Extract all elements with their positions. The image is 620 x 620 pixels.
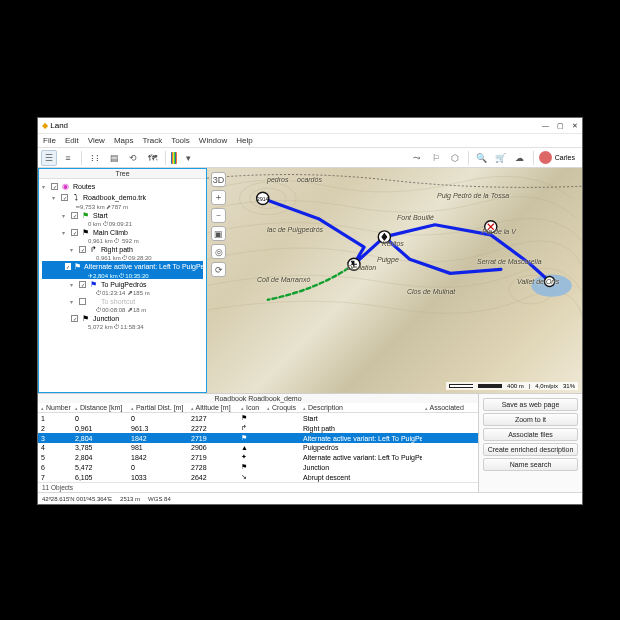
col-header[interactable]: ▴ Altitude [m]	[188, 403, 238, 413]
app-icon: ◆	[42, 121, 48, 130]
minimize-button[interactable]: —	[542, 122, 549, 130]
map-3d-button[interactable]: 3D	[211, 172, 226, 187]
search-icon[interactable]: 🔍	[474, 150, 490, 166]
user-name[interactable]: Carles	[555, 154, 575, 161]
status-datum: WGS 84	[148, 496, 171, 502]
cloud-icon[interactable]: ☁	[512, 150, 528, 166]
tree-item[interactable]: ✓⚑Alternate active variant: Left To Puig…	[42, 261, 203, 272]
list-toggle[interactable]: ≡	[60, 150, 76, 166]
menu-view[interactable]: View	[88, 136, 105, 145]
user-avatar[interactable]	[539, 151, 552, 164]
map-rotate[interactable]: ⟳	[211, 262, 226, 277]
menu-track[interactable]: Track	[142, 136, 162, 145]
table-row[interactable]: 1002127⚑Start	[38, 413, 478, 424]
map-zoom-out[interactable]: －	[211, 208, 226, 223]
col-header[interactable]: ▴ Icon	[238, 403, 264, 413]
tree-item[interactable]: ▾✓⚑To PuigPedrós	[42, 279, 203, 290]
tree-item[interactable]: ▾✓⚑Start	[42, 210, 203, 221]
action-button[interactable]: Associate files	[483, 428, 578, 441]
map-button[interactable]: 🗺	[144, 150, 160, 166]
menu-edit[interactable]: Edit	[65, 136, 79, 145]
col-header[interactable]: ▴ Associated	[422, 403, 478, 413]
menu-help[interactable]: Help	[236, 136, 252, 145]
map-label: Clos de Mulinat	[407, 288, 455, 295]
tree-item[interactable]: ▾⚑To shortcut	[42, 296, 203, 307]
map-zoom-in[interactable]: ＋	[211, 190, 226, 205]
toolbar: ☰ ≡ ⫶⫶ ▤ ⟲ 🗺 ▾ ⤳ ⚐ ⬡ 🔍 🛒 ☁ Carles	[38, 148, 582, 168]
tree-file[interactable]: ▾✓⤵Roadbook_demo.trk	[42, 192, 203, 203]
map-canvas[interactable]: 2914 pedrosocardósPuig Pedró de la Tossa…	[207, 168, 582, 393]
tree-panel-toggle[interactable]: ☰	[41, 150, 57, 166]
map-label: Font Bouillé	[397, 214, 434, 221]
menu-window[interactable]: Window	[199, 136, 227, 145]
map-center[interactable]: ◎	[211, 244, 226, 259]
object-count: 11 Objects	[38, 482, 478, 492]
menu-tools[interactable]: Tools	[171, 136, 190, 145]
table-row[interactable]: 43,7859812906▲Puigpedrós	[38, 443, 478, 452]
table-row[interactable]: 32,80418422719⚑Alternate active variant:…	[38, 433, 478, 443]
action-button-panel: Save as web pageZoom to itAssociate file…	[478, 393, 582, 492]
map-label: Pla de la V	[482, 228, 516, 235]
palette-button[interactable]	[171, 152, 177, 164]
window-title: Land	[50, 121, 68, 130]
menu-maps[interactable]: Maps	[114, 136, 134, 145]
tree-panel: Tree ▾✓◉Routes▾✓⤵Roadbook_demo.trk━9,753…	[38, 168, 207, 393]
map-zoom-fit[interactable]: ▣	[211, 226, 226, 241]
map-label: Keritos	[382, 240, 404, 247]
map-label: Deviation	[347, 264, 376, 271]
map-label: Coll de Marranxó	[257, 276, 310, 283]
maximize-button[interactable]: ▢	[557, 122, 564, 130]
col-header[interactable]: ▴ Number	[38, 403, 72, 413]
titlebar: ◆ Land — ▢ ✕	[38, 118, 582, 134]
tree-header: Tree	[39, 169, 206, 179]
roadbook-table: ▴ Number▴ Distance [km]▴ Partial Dist. […	[38, 403, 478, 482]
map-label: Puigpe	[377, 256, 399, 263]
route-tool-icon[interactable]: ⤳	[409, 150, 425, 166]
map-label: Vallet de Orís	[517, 278, 559, 285]
table-row[interactable]: 52,80418422719✦Alternate active variant:…	[38, 452, 478, 462]
draw-tool-icon[interactable]: ⬡	[447, 150, 463, 166]
action-button[interactable]: Create enriched description	[483, 443, 578, 456]
chart-button[interactable]: ⫶⫶	[87, 150, 103, 166]
status-coord: 42º28.615'N 001º45.364'E	[42, 496, 112, 502]
table-row[interactable]: 76,10510332642↘Abrupt descent	[38, 472, 478, 482]
action-button[interactable]: Save as web page	[483, 398, 578, 411]
close-button[interactable]: ✕	[572, 122, 578, 130]
table-row[interactable]: 65,47202728⚑Junction	[38, 462, 478, 472]
col-header[interactable]: ▴ Distance [km]	[72, 403, 128, 413]
menu-file[interactable]: File	[43, 136, 56, 145]
sync-button[interactable]: ⟲	[125, 150, 141, 166]
cart-icon[interactable]: 🛒	[493, 150, 509, 166]
col-header[interactable]: ▴ Description	[300, 403, 422, 413]
col-header[interactable]: ▴ Partial Dist. [m]	[128, 403, 188, 413]
tree-root[interactable]: ▾✓◉Routes	[42, 181, 203, 192]
status-alt: 2513 m	[120, 496, 140, 502]
status-bar: 42º28.615'N 001º45.364'E 2513 m WGS 84	[38, 492, 582, 504]
table-caption: Roadbook Roadbook_demo	[38, 394, 478, 403]
map-label: lac de Puigpedrós	[267, 226, 323, 233]
tree-item[interactable]: ▾✓↱Right path	[42, 244, 203, 255]
waypoint-tool-icon[interactable]: ⚐	[428, 150, 444, 166]
action-button[interactable]: Name search	[483, 458, 578, 471]
tree-item[interactable]: ✓⚑Junction	[42, 313, 203, 324]
menubar: FileEditViewMapsTrackToolsWindowHelp	[38, 134, 582, 148]
svg-text:2914: 2914	[257, 196, 268, 202]
calendar-button[interactable]: ▤	[106, 150, 122, 166]
tree-item[interactable]: ▾✓⚑Main Climb	[42, 227, 203, 238]
map-label: pedros	[267, 176, 288, 183]
layers-button[interactable]: ▾	[180, 150, 196, 166]
col-header[interactable]: ▴ Croquis	[264, 403, 300, 413]
map-scale-bar: 400 m | 4,0m/pix 31%	[446, 382, 578, 390]
map-label: Puig Pedró de la Tossa	[437, 192, 509, 199]
action-button[interactable]: Zoom to it	[483, 413, 578, 426]
map-label: ocardós	[297, 176, 322, 183]
table-row[interactable]: 20,961961.32272↱Right path	[38, 423, 478, 433]
map-label: Serrat de Mascarella	[477, 258, 542, 265]
